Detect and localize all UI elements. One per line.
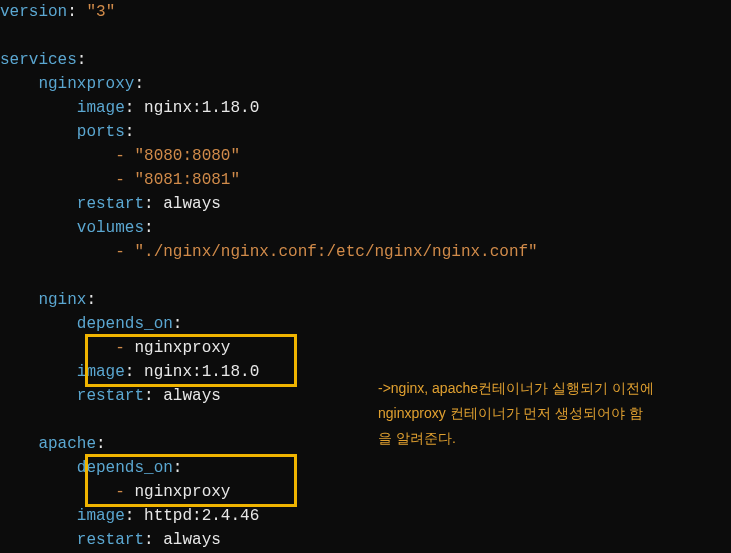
yaml-key: restart <box>77 531 144 549</box>
yaml-key: services <box>0 51 77 69</box>
yaml-key: volumes <box>77 219 144 237</box>
yaml-key: depends_on <box>77 315 173 333</box>
yaml-key: apache <box>38 435 96 453</box>
yaml-key: nginxproxy <box>38 75 134 93</box>
yaml-key: restart <box>77 387 144 405</box>
yaml-value: httpd:2.4.46 <box>144 507 259 525</box>
yaml-key: version <box>0 3 67 21</box>
annotation-text: ->nginx, apache컨테이너가 실행되기 이전에 nginxproxy… <box>378 376 708 452</box>
yaml-value: always <box>163 195 221 213</box>
yaml-value: "3" <box>86 3 115 21</box>
yaml-value: nginx:1.18.0 <box>144 99 259 117</box>
yaml-value: always <box>163 387 221 405</box>
yaml-value: "8081:8081" <box>134 171 240 189</box>
yaml-key: restart <box>77 195 144 213</box>
yaml-value: "./nginx/nginx.conf:/etc/nginx/nginx.con… <box>134 243 537 261</box>
yaml-value: "8080:8080" <box>134 147 240 165</box>
yaml-key: image <box>77 99 125 117</box>
yaml-key: nginx <box>38 291 86 309</box>
yaml-key: image <box>77 507 125 525</box>
highlight-box-depends-on-1 <box>85 334 297 387</box>
highlight-box-depends-on-2 <box>85 454 297 507</box>
yaml-value: always <box>163 531 221 549</box>
yaml-key: ports <box>77 123 125 141</box>
